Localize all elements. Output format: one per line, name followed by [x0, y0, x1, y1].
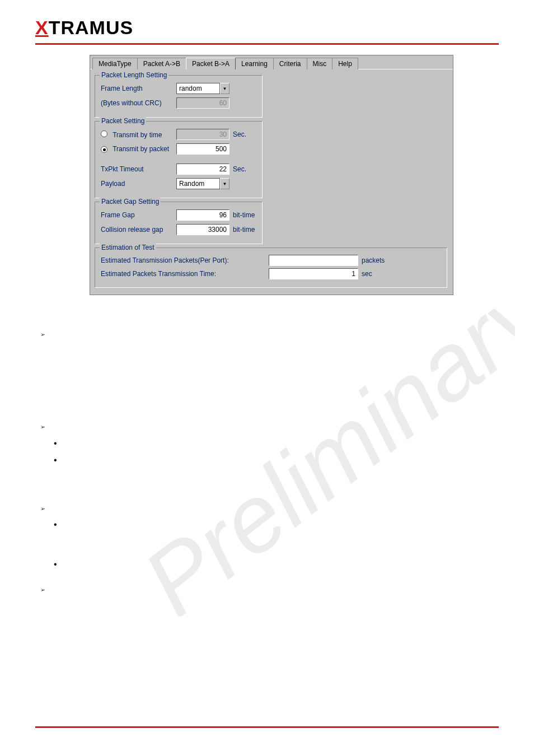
transmit-by-packet-label: Transmit by packet	[113, 145, 169, 153]
chevron-icon: ➢	[40, 421, 45, 433]
logo-x: X	[35, 17, 49, 38]
transmit-by-time-option[interactable]: Transmit by time	[101, 130, 176, 139]
group-packet-gap: Packet Gap Setting Frame Gap 96 bit-time…	[95, 202, 263, 244]
tab-packet-b-a[interactable]: Packet B->A	[186, 58, 236, 69]
chevron-down-icon[interactable]: ▼	[220, 178, 229, 189]
bullet-icon: •	[54, 435, 57, 452]
group-packet-setting: Packet Setting Transmit by time 30 Sec. …	[95, 121, 263, 198]
bullet-icon: •	[54, 452, 57, 469]
tab-help[interactable]: Help	[332, 58, 358, 69]
frame-length-label: Frame Length	[101, 85, 176, 92]
payload-label: Payload	[101, 180, 176, 188]
tab-learning[interactable]: Learning	[235, 58, 274, 69]
transmit-by-time-field: 30	[176, 129, 229, 140]
logo-rest: TRAMUS	[49, 17, 133, 38]
bullet-icon: •	[54, 556, 57, 573]
chevron-icon: ➢	[40, 503, 45, 515]
est-packets-label: Estimated Transmission Packets(Per Port)…	[101, 256, 269, 264]
tab-packet-a-b[interactable]: Packet A->B	[137, 58, 186, 69]
chevron-icon: ➢	[40, 584, 45, 596]
bytes-without-crc-field: 60	[176, 97, 229, 109]
txpkt-timeout-field[interactable]: 22	[176, 164, 229, 175]
brand-logo: XTRAMUS	[35, 17, 133, 39]
group-packet-length: Packet Length Setting Frame Length rando…	[95, 75, 263, 118]
top-divider	[35, 43, 499, 45]
transmit-by-packet-field[interactable]: 500	[176, 143, 229, 155]
bit-time-unit: bit-time	[233, 226, 255, 234]
est-packets-field	[269, 255, 358, 266]
collision-gap-field[interactable]: 33000	[176, 224, 229, 235]
svg-text:Preliminary: Preliminary	[124, 256, 515, 616]
group-title: Packet Gap Setting	[100, 198, 161, 206]
radio-icon	[101, 146, 107, 153]
est-time-field: 1	[269, 268, 358, 279]
sec-unit: Sec.	[233, 165, 246, 173]
transmit-by-packet-option[interactable]: Transmit by packet	[101, 145, 176, 153]
transmit-by-time-label: Transmit by time	[113, 131, 162, 139]
tab-strip: MediaType Packet A->B Packet B->A Learni…	[90, 55, 453, 69]
radio-icon	[101, 130, 107, 137]
chevron-down-icon[interactable]: ▼	[220, 83, 229, 94]
payload-select[interactable]: Random	[176, 178, 220, 189]
tab-misc[interactable]: Misc	[307, 58, 333, 69]
group-estimation: Estimation of Test Estimated Transmissio…	[95, 248, 447, 288]
frame-length-select[interactable]: random	[176, 83, 220, 94]
bottom-divider	[35, 726, 499, 728]
frame-gap-field[interactable]: 96	[176, 209, 229, 221]
sec-unit: Sec.	[233, 130, 246, 138]
settings-dialog: MediaType Packet A->B Packet B->A Learni…	[90, 55, 453, 295]
chevron-icon: ➢	[40, 329, 45, 340]
bytes-without-crc-label: (Bytes without CRC)	[101, 99, 176, 107]
tab-body: Packet Length Setting Frame Length rando…	[90, 69, 453, 295]
collision-gap-label: Collision release gap	[101, 226, 176, 234]
group-title: Packet Length Setting	[100, 71, 168, 79]
group-title: Packet Setting	[100, 117, 146, 125]
sec-unit: sec	[362, 270, 372, 278]
group-title: Estimation of Test	[100, 244, 156, 251]
est-time-label: Estimated Packets Transmission Time:	[101, 270, 269, 278]
logo-bar: XTRAMUS	[0, 0, 534, 43]
bullet-list: ➢ ➢ • • ➢ • • ➢	[40, 329, 59, 598]
tab-mediatype[interactable]: MediaType	[92, 58, 138, 69]
bullet-icon: •	[54, 516, 57, 533]
frame-gap-label: Frame Gap	[101, 211, 176, 219]
txpkt-timeout-label: TxPkt Timeout	[101, 165, 176, 173]
bit-time-unit: bit-time	[233, 211, 255, 219]
tab-criteria[interactable]: Criteria	[273, 58, 307, 69]
packets-unit: packets	[362, 256, 385, 264]
